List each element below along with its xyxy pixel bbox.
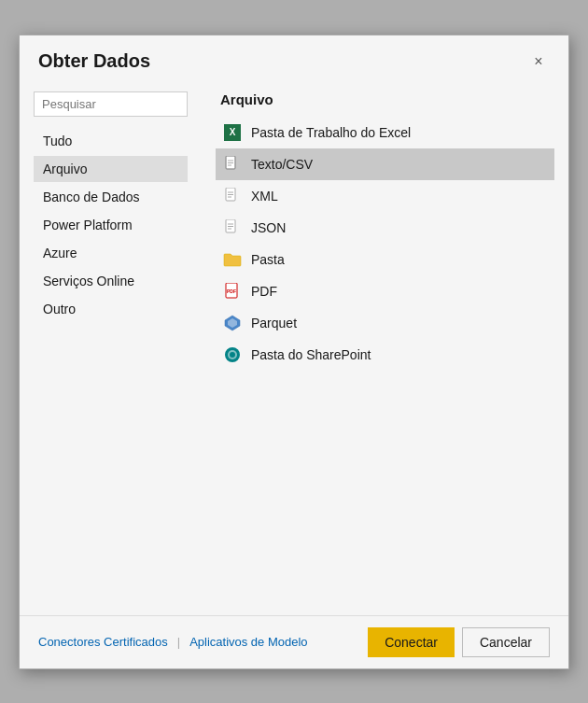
parquet-icon (223, 314, 242, 332)
close-button[interactable]: × (527, 50, 550, 73)
search-input[interactable] (34, 91, 188, 117)
xml-icon (223, 187, 242, 205)
footer-separator: | (177, 635, 180, 649)
file-item-sharepoint[interactable]: Pasta do SharePoint (216, 339, 554, 371)
folder-icon (223, 250, 242, 269)
excel-icon: X (223, 123, 242, 142)
connect-button[interactable]: Conectar (368, 627, 455, 657)
file-item-pdf[interactable]: PDF PDF (216, 275, 554, 307)
obter-dados-dialog: Obter Dados × Tudo Arquivo Banco de Dado… (19, 35, 569, 669)
nav-item-power-platform[interactable]: Power Platform (34, 212, 188, 238)
dialog-title: Obter Dados (38, 50, 150, 72)
sharepoint-icon (223, 345, 242, 364)
svg-point-19 (230, 352, 235, 358)
file-item-parquet[interactable]: Parquet (216, 307, 554, 339)
file-item-pasta[interactable]: Pasta (216, 244, 554, 275)
dialog-header: Obter Dados × (20, 35, 568, 82)
footer-links: Conectores Certificados | Aplicativos de… (38, 635, 368, 649)
json-icon (223, 218, 242, 237)
cancel-button[interactable]: Cancelar (462, 627, 550, 657)
nav-item-servicos-online[interactable]: Serviços Online (34, 268, 188, 294)
nav-item-banco-de-dados[interactable]: Banco de Dados (34, 184, 188, 210)
right-panel: Arquivo X Pasta de Trabalho do Excel (202, 82, 568, 615)
file-item-json[interactable]: JSON (216, 212, 554, 244)
file-item-excel[interactable]: X Pasta de Trabalho do Excel (216, 117, 554, 148)
section-title: Arquivo (216, 91, 554, 107)
csv-icon (223, 155, 242, 174)
nav-item-tudo[interactable]: Tudo (34, 128, 188, 154)
nav-item-azure[interactable]: Azure (34, 240, 188, 266)
certified-connectors-link[interactable]: Conectores Certificados (38, 635, 168, 649)
pdf-icon: PDF (223, 282, 242, 301)
nav-item-outro[interactable]: Outro (34, 296, 188, 322)
file-item-csv[interactable]: Texto/CSV (216, 148, 554, 180)
left-panel: Tudo Arquivo Banco de Dados Power Platfo… (20, 82, 202, 615)
nav-item-arquivo[interactable]: Arquivo (34, 156, 188, 182)
svg-text:PDF: PDF (227, 288, 236, 294)
file-item-xml[interactable]: XML (216, 180, 554, 212)
template-apps-link[interactable]: Aplicativos de Modelo (189, 635, 307, 649)
footer-buttons: Conectar Cancelar (368, 627, 550, 657)
dialog-body: Tudo Arquivo Banco de Dados Power Platfo… (20, 82, 568, 615)
dialog-footer: Conectores Certificados | Aplicativos de… (20, 615, 568, 668)
